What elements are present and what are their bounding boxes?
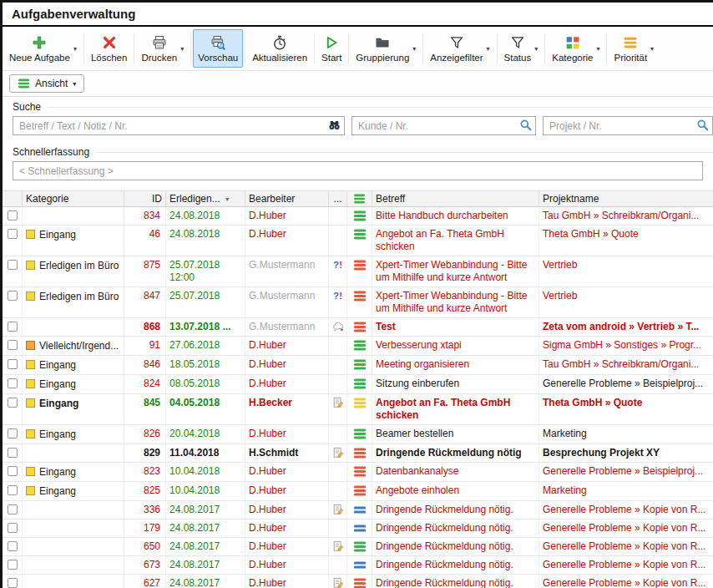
toolbar-separator: [497, 33, 498, 63]
table-row[interactable]: 67324.08.2017D.HuberDringende Rückmeldun…: [3, 556, 713, 575]
column-header-prioritaet[interactable]: [347, 191, 372, 206]
row-checkbox[interactable]: [8, 378, 18, 388]
due-date: 08.05.2018: [166, 375, 245, 393]
category-cell: Eingang: [23, 375, 124, 393]
table-row[interactable]: Eingang82310.04.2018D.HuberDatenbankanal…: [3, 463, 713, 482]
quick-entry-field: [13, 161, 703, 180]
due-date: 11.04.2018: [166, 444, 245, 462]
table-row[interactable]: 33624.08.2017D.HuberDringende Rückmeldun…: [3, 501, 713, 520]
select-cell: [3, 425, 23, 444]
chevron-down-icon[interactable]: ▾: [73, 45, 77, 53]
table-row[interactable]: Eingang84618.05.2018D.HuberMeeting organ…: [3, 356, 713, 375]
question-icon: ?!: [332, 259, 344, 271]
column-header-select[interactable]: [3, 191, 23, 206]
page-title: Aufgabenverwaltung: [12, 7, 135, 21]
task-id: 46: [124, 226, 166, 256]
chevron-down-icon[interactable]: ▾: [180, 45, 184, 53]
table-row[interactable]: Eingang4624.08.2018D.HuberAngebot an Fa.…: [3, 226, 713, 256]
column-header-bearbeiter[interactable]: Bearbeiter: [245, 191, 329, 206]
note-cell: ?!: [329, 256, 347, 286]
toolbar-button-start[interactable]: Start: [316, 29, 346, 68]
row-checkbox[interactable]: [8, 359, 18, 369]
chevron-down-icon[interactable]: ▾: [650, 45, 654, 53]
row-checkbox[interactable]: [8, 523, 18, 533]
select-cell: [3, 444, 23, 462]
column-header-label: Projektname: [543, 193, 599, 205]
column-header-notiz[interactable]: ...: [329, 191, 347, 206]
category-cell: Eingang: [23, 463, 124, 481]
ansicht-button[interactable]: Ansicht ▾: [9, 74, 84, 93]
priority-blue-icon: [353, 560, 367, 570]
row-checkbox[interactable]: [8, 466, 18, 476]
row-checkbox[interactable]: [8, 260, 18, 270]
priority-cell: [347, 256, 372, 286]
row-checkbox[interactable]: [8, 229, 18, 239]
svg-text:!: !: [339, 260, 342, 270]
table-row[interactable]: Eingang84504.05.2018H.BeckerAngebot an F…: [3, 394, 713, 425]
row-checkbox[interactable]: [8, 340, 18, 350]
row-checkbox[interactable]: [8, 398, 18, 408]
toolbar-button-prioritaet[interactable]: Priorität▾: [609, 29, 659, 68]
toolbar-button-vorschau[interactable]: Vorschau: [193, 29, 243, 68]
toolbar-button-gruppierung[interactable]: Gruppierung▾: [351, 29, 421, 68]
quick-entry-input[interactable]: [13, 161, 703, 180]
row-checkbox[interactable]: [8, 504, 18, 514]
column-header-projektname[interactable]: Projektname: [539, 191, 713, 206]
row-checkbox[interactable]: [8, 578, 18, 588]
chevron-down-icon[interactable]: ▾: [487, 45, 490, 53]
ansicht-button-label: Ansicht: [35, 78, 68, 89]
row-checkbox[interactable]: [8, 291, 18, 301]
due-date: 10.04.2018: [166, 482, 245, 500]
search-input-kunde[interactable]: [351, 116, 536, 135]
search-input-projekt[interactable]: [543, 116, 713, 135]
due-date: 27.06.2018: [166, 337, 245, 355]
toolbar-button-kategorie[interactable]: Kategorie▾: [547, 29, 604, 68]
column-header-betreff[interactable]: Betreff: [372, 191, 539, 206]
question-icon: ?!: [332, 290, 344, 302]
chevron-down-icon[interactable]: ▾: [534, 45, 538, 53]
category-color-swatch: [26, 379, 35, 388]
table-row[interactable]: 62724.08.2017D.HuberDringende Rückmeldun…: [3, 575, 713, 588]
toolbar-button-body: Aktualisieren: [252, 34, 307, 63]
column-header-id[interactable]: ID: [124, 191, 166, 206]
chevron-down-icon[interactable]: ▾: [412, 45, 416, 53]
table-row[interactable]: Erledigen im Büro84725.07.2018G.Musterma…: [3, 287, 713, 318]
table-row[interactable]: 86813.07.2018 ...G.MustermannTestZeta vo…: [3, 318, 713, 337]
toolbar-button-neue-aufgabe[interactable]: Neue Aufgabe▾: [4, 29, 82, 68]
toolbar-button-body: Drucken: [141, 34, 177, 63]
table-row[interactable]: 65024.08.2017D.HuberDringende Rückmeldun…: [3, 538, 713, 556]
subject: Verbesserung xtapi: [372, 337, 539, 355]
priority-cell: [347, 575, 372, 588]
toolbar-button-anzeigefilter[interactable]: Anzeigefilter▾: [425, 29, 494, 68]
row-checkbox[interactable]: [8, 210, 18, 220]
table-row[interactable]: 83424.08.2018D.HuberBitte Handbuch durch…: [3, 207, 713, 226]
table-row[interactable]: 82911.04.2018H.SchmidtDringende Rückmeld…: [3, 444, 713, 463]
toolbar-button-status[interactable]: Status▾: [499, 29, 544, 68]
project-name: Tau GmbH » Schreibkram/Organi...: [539, 356, 713, 374]
toolbar-button-loeschen[interactable]: Löschen: [86, 29, 132, 68]
column-header-kategorie[interactable]: Kategorie: [23, 191, 124, 206]
row-checkbox[interactable]: [8, 560, 18, 570]
row-checkbox[interactable]: [8, 485, 18, 495]
search-input-betreff[interactable]: [13, 116, 345, 135]
row-checkbox[interactable]: [8, 322, 18, 332]
row-checkbox[interactable]: [8, 541, 18, 551]
subject: Xpert-Timer Webanbindung - Bitte um Mith…: [372, 287, 539, 317]
row-checkbox[interactable]: [8, 448, 18, 458]
table-row[interactable]: Erledigen im Büro87525.07.2018 12:00G.Mu…: [3, 256, 713, 287]
table-row[interactable]: 17924.08.2017D.HuberDringende Rückmeldun…: [3, 520, 713, 538]
row-checkbox[interactable]: [8, 428, 18, 438]
table-row[interactable]: Eingang82408.05.2018D.HuberSitzung einbe…: [3, 375, 713, 394]
category-cell: Eingang: [23, 356, 124, 374]
table-row[interactable]: Eingang82620.04.2018D.HuberBeamer bestel…: [3, 425, 713, 444]
stopwatch-icon: [271, 34, 288, 51]
table-row[interactable]: Eingang82510.04.2018D.HuberAngebote einh…: [3, 482, 713, 501]
column-header-erledigen[interactable]: Erledigen...▼: [166, 191, 245, 206]
chevron-down-icon[interactable]: ▾: [596, 45, 599, 53]
cloud-icon: [332, 321, 344, 332]
assignee: D.Huber: [245, 337, 329, 355]
column-header-label: Kategorie: [26, 193, 68, 205]
toolbar-button-aktualisieren[interactable]: Aktualisieren: [247, 29, 312, 68]
toolbar-button-drucken[interactable]: Drucken▾: [136, 29, 189, 68]
table-row[interactable]: Vielleicht/Irgend...9127.06.2018D.HuberV…: [3, 337, 713, 356]
